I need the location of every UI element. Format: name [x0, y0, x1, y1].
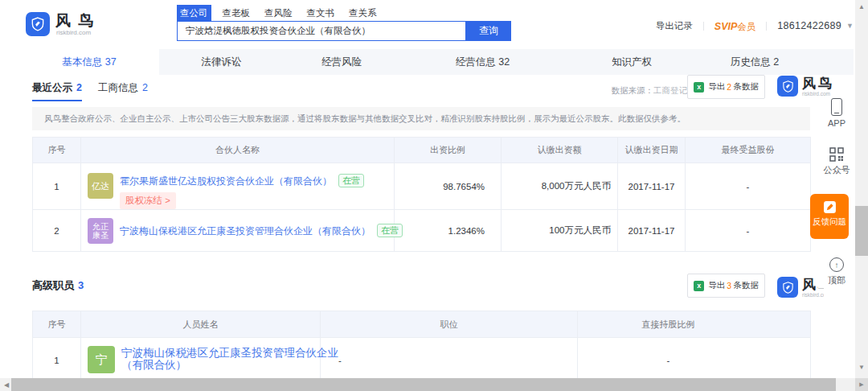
col-index: 序号 [33, 311, 81, 338]
account-phone[interactable]: 18612422689 [777, 20, 841, 31]
scroll-down-arrow[interactable]: ▼ [855, 364, 868, 371]
status-badge: 在营 [338, 174, 364, 187]
col-person-name: 人员姓名 [81, 311, 321, 338]
executives-section-title: 高级职员3 [32, 278, 84, 293]
horizontal-scrollbar-thumb[interactable] [11, 378, 836, 391]
partners-table-header: 序号 合伙人名称 出资比例 认缴出资额 认缴出资日期 最终受益股份 [33, 138, 811, 163]
subtab-recent-publicity[interactable]: 最近公示2 [32, 81, 82, 101]
company-link[interactable]: 宁波梅山保税港区允正康圣投资管理合伙企业（有限合伙） [120, 225, 371, 237]
col-benefit: 最终受益股份 [686, 138, 811, 163]
export-executives-button[interactable]: x 导出 3 条数据 [687, 274, 765, 298]
search-input[interactable]: 宁波焓湜枫徳股权投资合伙企业（有限合伙） [177, 21, 466, 41]
col-partner-name: 合伙人名称 [81, 138, 395, 163]
tab-operation-info[interactable]: 经营信息 32 [399, 49, 566, 75]
search-tabs: 查公司 查老板 查风险 查文书 查关系 [177, 5, 388, 21]
partner-row: 2 允正康圣 宁波梅山保税港区允正康圣投资管理合伙企业（有限合伙）在营 1.23… [33, 210, 811, 252]
export-history-link[interactable]: 导出记录 [656, 20, 693, 32]
search-button[interactable]: 查询 [466, 21, 511, 41]
search-tab-boss[interactable]: 查老板 [219, 5, 254, 21]
excel-icon: x [694, 82, 704, 93]
tab-history[interactable]: 历史信息 2 [698, 49, 812, 75]
subtab-business-info[interactable]: 工商信息2 [98, 81, 148, 95]
vertical-scrollbar[interactable]: ▲ ▼ [855, 0, 868, 378]
page: 风 鸟 riskbird.com 查公司 查老板 查风险 查文书 查关系 宁波焓… [0, 0, 868, 391]
partners-table: 序号 合伙人名称 出资比例 认缴出资额 认缴出资日期 最终受益股份 1 亿达 霍… [32, 137, 811, 252]
divider [766, 22, 767, 31]
col-amount: 认缴出资额 [502, 138, 618, 163]
col-date: 认缴出资日期 [618, 138, 686, 163]
riskbird-logo-icon [777, 277, 798, 298]
arrow-up-icon: ↑ [829, 257, 844, 272]
tab-operation-risk[interactable]: 经营风险 [284, 49, 399, 75]
brand-domain: riskbird.com [56, 29, 91, 36]
company-link[interactable]: 宁波梅山保税港区允正康圣投资管理合伙企业（有限合伙） [121, 347, 338, 371]
col-index: 序号 [33, 138, 81, 163]
excel-icon: x [694, 281, 704, 291]
horizontal-scrollbar[interactable]: ◀ [0, 378, 855, 391]
qr-code-icon [829, 147, 844, 162]
search-tab-doc[interactable]: 查文书 [304, 5, 338, 21]
company-avatar: 亿达 [88, 173, 113, 199]
feedback-button[interactable]: 反馈问题 [810, 194, 849, 239]
data-source: 数据来源：工商登记 [612, 85, 688, 97]
rail-back-to-top[interactable]: ↑ 顶部 [818, 256, 855, 288]
phone-icon [831, 98, 842, 116]
tab-ip[interactable]: 知识产权 [566, 49, 698, 75]
divider [703, 22, 704, 31]
riskbird-logo-icon [777, 76, 798, 97]
col-position: 职位 [321, 311, 578, 338]
company-link[interactable]: 霍尔果斯盛世亿达股权投资合伙企业（有限合伙） [120, 175, 332, 187]
rail-wechat[interactable]: 公众号 [818, 147, 855, 176]
riskbird-logo-icon[interactable] [26, 12, 50, 36]
company-avatar: 允正康圣 [88, 218, 113, 244]
tab-legal[interactable]: 法律诉讼 [159, 49, 284, 75]
tab-basic-info[interactable]: 基本信息 37 [19, 49, 159, 75]
riskbird-watermark: 风鸟riskbird.com [777, 76, 834, 97]
col-direct-ratio: 直接持股比例 [578, 311, 811, 338]
shareholder-data-notice: 风鸟整合政府公示、企业自主公示、上市公司公告三大股东数据源，通过将股东数据与其他… [32, 107, 810, 130]
executives-table-header: 序号 人员姓名 职位 直接持股比例 [33, 311, 811, 338]
nav-tab-bar: 基本信息 37 法律诉讼 经营风险 经营信息 32 知识产权 历史信息 2 [19, 49, 854, 75]
riskbird-watermark: 风鸟riskbird.com [777, 277, 824, 298]
equity-freeze-tag[interactable]: 股权冻结 > [120, 192, 176, 209]
partner-row: 1 亿达 霍尔果斯盛世亿达股权投资合伙企业（有限合伙）在营 股权冻结 > 98.… [33, 163, 811, 210]
chevron-down-icon[interactable]: ▼ [846, 22, 854, 30]
rail-app[interactable]: APP [818, 98, 855, 128]
export-shareholders-button[interactable]: x 导出 2 条数据 [687, 75, 765, 99]
search-tab-company[interactable]: 查公司 [177, 5, 211, 21]
svip-link[interactable]: SVIP会员 [714, 19, 756, 33]
scroll-up-arrow[interactable]: ▲ [855, 3, 868, 10]
search-tab-relation[interactable]: 查关系 [346, 5, 380, 21]
feedback-icon [823, 200, 837, 214]
scroll-right-arrow[interactable]: ▶ [855, 378, 868, 391]
col-ratio: 出资比例 [395, 138, 502, 163]
search-tab-risk[interactable]: 查风险 [261, 5, 296, 21]
company-avatar: 宁 [88, 346, 115, 373]
status-badge: 在营 [377, 224, 403, 237]
vertical-scrollbar-thumb[interactable] [855, 206, 868, 256]
